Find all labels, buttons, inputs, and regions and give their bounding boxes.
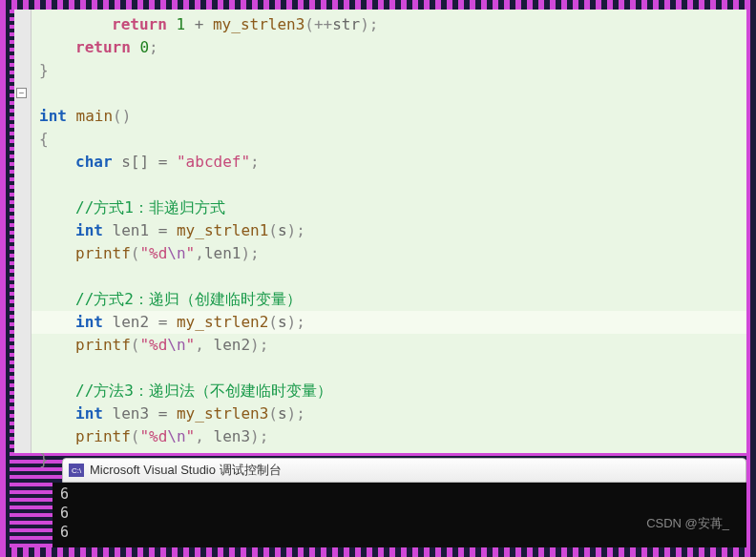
code-token: \n (167, 244, 185, 262)
code-line[interactable]: char s[] = "abcdef"; (32, 151, 746, 174)
code-token: len2 (214, 336, 251, 354)
code-token: ); (250, 336, 268, 354)
code-token: printf (75, 244, 131, 262)
code-token: len3 (113, 404, 150, 423)
code-token: ( (131, 244, 140, 262)
code-line[interactable]: return 1 + my_strlen3(++str); (32, 13, 746, 36)
code-line[interactable]: int main() (32, 105, 746, 128)
code-token: ); (287, 313, 305, 331)
code-token: ); (287, 221, 305, 239)
code-line[interactable] (32, 82, 746, 105)
code-token: " (186, 244, 196, 262)
code-token: , (195, 427, 213, 445)
console-app-icon: C:\ (69, 464, 84, 477)
code-token: ( (131, 336, 140, 354)
code-token: ); (241, 244, 259, 262)
code-token: " (186, 427, 196, 445)
code-token: //方法3：递归法（不创建临时变量） (75, 382, 332, 400)
code-token (167, 15, 177, 33)
code-token: ); (250, 427, 268, 445)
code-token: ( (268, 221, 278, 239)
console-titlebar[interactable]: C:\ Microsoft Visual Studio 调试控制台 (62, 458, 746, 483)
code-token (113, 153, 122, 171)
code-line[interactable]: int len1 = my_strlen1(s); (32, 219, 746, 242)
code-token: { (39, 130, 49, 148)
code-token: printf (75, 336, 131, 354)
code-token: len3 (214, 427, 251, 445)
code-token: int (75, 404, 103, 423)
code-token: [] = (131, 153, 177, 171)
code-token: ); (287, 404, 305, 423)
code-line[interactable]: printf("%d\n",len1); (32, 242, 746, 265)
code-token (131, 38, 140, 56)
code-token: int (39, 107, 67, 125)
code-token: s (278, 221, 287, 239)
watermark-text: CSDN @安苒_ (646, 515, 729, 532)
code-line[interactable]: //方式2：递归（创建临时变量） (32, 288, 746, 311)
code-token: return (112, 15, 167, 33)
code-token: my_strlen3 (213, 15, 304, 33)
code-token: = (149, 221, 177, 239)
code-token: //方式1：非递归方式 (75, 198, 225, 217)
code-line[interactable]: return 0; (32, 36, 746, 59)
code-token: \n (167, 427, 185, 445)
fold-toggle-icon[interactable]: − (16, 88, 27, 98)
code-token: //方式2：递归（创建临时变量） (75, 290, 302, 308)
code-token: str (332, 15, 360, 33)
code-token: my_strlen3 (177, 404, 268, 423)
code-line[interactable]: //方式1：非递归方式 (32, 196, 746, 219)
code-token: (++ (304, 15, 332, 33)
code-line[interactable] (32, 265, 746, 288)
code-line[interactable] (32, 357, 746, 380)
code-token: } (39, 61, 49, 79)
code-token (103, 221, 113, 239)
code-line[interactable]: printf("%d\n", len3); (32, 425, 746, 448)
code-editor[interactable]: − return 1 + my_strlen3(++str);return 0;… (14, 10, 746, 453)
console-output[interactable]: 6 6 6 (52, 483, 746, 547)
code-token: " (186, 336, 196, 354)
code-token: ; (250, 153, 260, 171)
code-token: my_strlen2 (177, 313, 268, 331)
code-token: char (75, 153, 113, 171)
code-token: len2 (113, 313, 150, 331)
code-token: + (185, 15, 213, 33)
code-token: return (75, 38, 131, 56)
code-token: my_strlen1 (177, 221, 268, 239)
code-token: "%d (139, 336, 167, 354)
code-token (103, 404, 113, 423)
code-token: ; (149, 38, 158, 56)
code-token: s (121, 153, 131, 171)
code-token: s (278, 404, 287, 423)
code-token: () (113, 107, 131, 125)
code-token: int (75, 221, 103, 239)
code-token: ( (131, 427, 140, 445)
code-line[interactable]: int len3 = my_strlen3(s); (32, 402, 746, 425)
code-line[interactable]: int len2 = my_strlen2(s); (32, 311, 746, 334)
code-line[interactable]: { (32, 128, 746, 151)
code-token (103, 313, 113, 331)
code-token: printf (75, 427, 131, 445)
code-token: ( (268, 404, 278, 423)
code-token: 0 (139, 38, 149, 56)
code-token: , (195, 244, 204, 262)
code-token: len1 (204, 244, 242, 262)
code-token: , (195, 336, 213, 354)
code-line[interactable] (32, 174, 746, 196)
code-token: "%d (139, 427, 167, 445)
code-line[interactable]: } (32, 59, 746, 82)
code-token: main (76, 107, 114, 125)
code-token: ( (268, 313, 278, 331)
code-token: int (75, 313, 103, 331)
code-token: "abcdef" (177, 153, 250, 171)
code-token: len1 (113, 221, 150, 239)
code-token: "%d (139, 244, 167, 262)
code-line[interactable]: printf("%d\n", len2); (32, 334, 746, 357)
code-token: = (149, 404, 177, 423)
editor-gutter: − (14, 10, 32, 453)
code-token: ); (360, 15, 378, 33)
console-title: Microsoft Visual Studio 调试控制台 (90, 462, 282, 479)
code-token: } (39, 450, 49, 468)
code-token: = (149, 313, 177, 331)
code-line[interactable]: //方法3：递归法（不创建临时变量） (32, 380, 746, 402)
code-token: \n (167, 336, 185, 354)
